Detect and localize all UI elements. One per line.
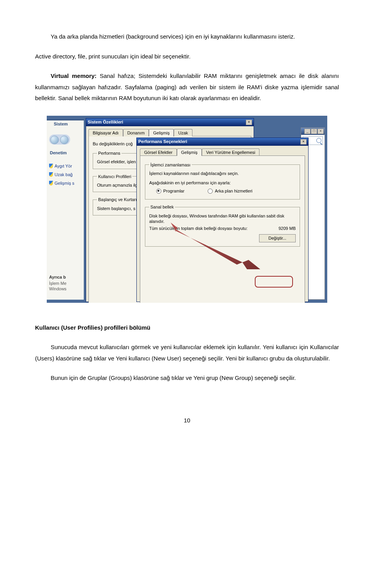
close-button[interactable]: × xyxy=(246,120,252,125)
virtual-memory-label: Virtual memory: xyxy=(51,72,97,79)
tab-visual-effects[interactable]: Görsel Efektler xyxy=(140,148,177,156)
performance-options-dialog: Performans Seçenekleri × Görsel Efektler… xyxy=(136,138,309,302)
search-icon xyxy=(316,138,321,143)
shield-icon xyxy=(49,172,53,177)
shield-icon xyxy=(49,164,53,168)
tab-advanced[interactable]: Gelişmiş xyxy=(177,148,202,156)
advanced-settings-link[interactable]: Gelişmiş s xyxy=(55,180,74,186)
close-button[interactable]: × xyxy=(318,129,324,134)
minimize-button[interactable]: _ xyxy=(304,129,310,134)
tab-advanced[interactable]: Gelişmiş xyxy=(149,129,174,136)
virtual-memory-text: Disk belleği dosyası, Windows tarafından… xyxy=(149,213,296,224)
action-center-link[interactable]: İşlem Me xyxy=(49,281,67,286)
processor-scheduling-group: İşlemci zamanlaması İşlemci kaynaklarını… xyxy=(145,162,300,200)
performance-legend: Performans xyxy=(97,150,122,156)
windows-update-link[interactable]: Windows xyxy=(49,286,67,291)
system-panel-title: Sistem xyxy=(54,121,68,127)
radio-programs[interactable]: Programlar xyxy=(156,188,184,194)
see-also-label: Ayrıca b xyxy=(49,274,66,280)
tab-hardware[interactable]: Donanım xyxy=(123,129,149,136)
radio-icon xyxy=(208,189,213,194)
page-number: 10 xyxy=(35,415,339,426)
tab-dep[interactable]: Veri Yürütme Engellemesi xyxy=(202,148,259,156)
adjust-for-prompt: Aşağıdakinin en iyi performansı için aya… xyxy=(149,180,296,185)
virtual-memory-legend: Sanal bellek xyxy=(149,204,175,210)
close-button[interactable]: × xyxy=(300,139,307,145)
pagefile-total-label: Tüm sürücülerin toplam disk belleği dosy… xyxy=(149,226,248,231)
control-panel-category: Denetim xyxy=(50,150,67,155)
shield-icon xyxy=(49,181,53,185)
processor-scheduling-text: İşlemci kaynaklarının nasıl dağıtılacağı… xyxy=(149,171,296,176)
system-panel-bg: Sistem Denetim Aygıt Yör Uzak bağ Gelişm… xyxy=(47,120,84,300)
system-properties-title: Sistem Özellikleri xyxy=(88,119,123,125)
radio-icon xyxy=(156,189,161,194)
virtual-memory-group: Sanal bellek Disk belleği dosyası, Windo… xyxy=(145,204,300,246)
user-profiles-legend: Kullanıcı Profilleri xyxy=(97,174,132,179)
paragraph-1: Ya da arka planda hizmetleri (background… xyxy=(35,31,339,42)
processor-scheduling-legend: İşlemci zamanlaması xyxy=(149,162,192,168)
maximize-button[interactable]: □ xyxy=(311,129,317,134)
performance-options-title: Performans Seçenekleri xyxy=(138,139,187,144)
paragraph-5: Bunun için de Gruplar (Groups) klasörüne… xyxy=(35,373,339,384)
paragraph-2: Active directory, file, print sunucuları… xyxy=(35,51,339,62)
tab-remote[interactable]: Uzak xyxy=(174,129,192,136)
radio-background-services[interactable]: Arka plan hizmetleri xyxy=(208,188,252,194)
tab-computer-name[interactable]: Bilgisayar Adı xyxy=(88,129,123,136)
paragraph-4: Sunucuda mevcut kullanıcıları görmek ve … xyxy=(35,342,339,364)
annotation-highlight xyxy=(255,276,293,288)
pagefile-total-value: 9209 MB xyxy=(279,226,296,231)
paragraph-3: Virtual memory: Sanal hafıza; Sistemdeki… xyxy=(35,71,339,104)
change-button[interactable]: Değiştir... xyxy=(259,234,296,242)
section-heading: Kullanıcı (User Profilies) profilleri bö… xyxy=(35,322,339,334)
nav-back-forward-icon[interactable] xyxy=(49,134,70,145)
device-manager-link[interactable]: Aygıt Yör xyxy=(55,163,72,169)
remote-settings-link[interactable]: Uzak bağ xyxy=(55,172,72,177)
startup-recovery-legend: Başlangıç ve Kurtarı xyxy=(97,197,138,202)
screenshot-figure: Sistem Denetim Aygıt Yör Uzak bağ Gelişm… xyxy=(35,116,339,303)
